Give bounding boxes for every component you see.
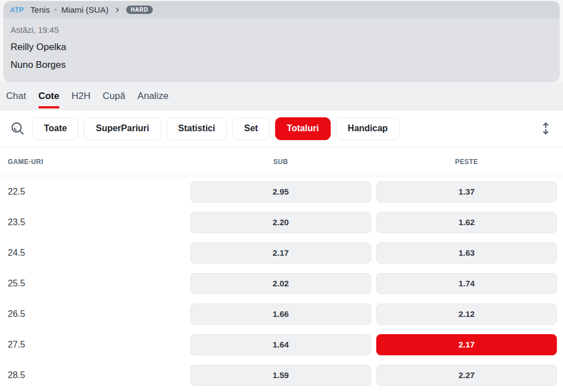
filter-button-set[interactable]: Set [232, 117, 270, 140]
games-line-label: 22.5 [8, 187, 185, 197]
odds-row: 28.5 1.59 2.27 [0, 360, 563, 390]
chevron-right-icon [114, 7, 121, 13]
atp-logo: ATP [10, 6, 24, 14]
odds-row: 22.5 2.95 1.37 [0, 176, 563, 207]
tab-label: Chat [6, 91, 26, 102]
player-one-name: Reilly Opelka [11, 38, 552, 56]
odds-button-peste[interactable]: 2.27 [376, 365, 557, 386]
filter-button-totaluri[interactable]: Totaluri [275, 117, 330, 140]
odds-button-peste[interactable]: 1.37 [376, 181, 557, 202]
sort-button[interactable] [536, 119, 555, 138]
tab-cupă[interactable]: Cupă [97, 82, 132, 110]
odds-button-peste[interactable]: 2.17 [376, 334, 557, 355]
tab-label: Analize [137, 91, 168, 102]
filter-button-toate[interactable]: Toate [32, 117, 78, 140]
odds-button-peste[interactable]: 1.62 [376, 212, 557, 233]
odds-button-peste[interactable]: 2.12 [376, 304, 557, 325]
odds-button-sub[interactable]: 1.66 [190, 304, 371, 325]
games-line-label: 24.5 [8, 248, 185, 258]
breadcrumb-tournament[interactable]: Miami (SUA) [61, 5, 108, 14]
odds-row: 23.5 2.20 1.62 [0, 207, 563, 237]
odds-button-sub[interactable]: 2.20 [190, 212, 371, 233]
tab-cote[interactable]: Cote [32, 82, 66, 110]
sort-vertical-icon [540, 121, 552, 136]
match-header-card: ATP Tenis • Miami (SUA) HARD Astăzi, 19:… [3, 1, 560, 82]
filter-button-superpariuri[interactable]: SuperPariuri [84, 117, 161, 140]
games-line-label: 27.5 [8, 340, 185, 350]
tab-chat[interactable]: Chat [0, 82, 32, 110]
filter-button-handicap[interactable]: Handicap [336, 117, 400, 140]
odds-button-peste[interactable]: 1.63 [376, 242, 557, 264]
player-two-name: Nuno Borges [11, 56, 552, 74]
market-filter-bar: Toate SuperPariuri Statistici Set Totalu… [0, 110, 563, 147]
tabs: Chat Cote H2H Cupă Analize [0, 82, 563, 110]
odds-button-sub[interactable]: 2.95 [190, 181, 371, 202]
odds-button-sub[interactable]: 1.64 [190, 334, 371, 355]
tab-label: Cote [38, 91, 59, 102]
games-line-label: 28.5 [8, 370, 185, 380]
match-time: Astăzi, 19:45 [11, 24, 552, 36]
games-line-label: 25.5 [8, 279, 185, 289]
tab-label: Cupă [103, 91, 126, 102]
odds-row: 27.5 1.64 2.17 [0, 329, 563, 360]
column-header-sub: SUB [190, 158, 371, 166]
games-line-label: 23.5 [8, 217, 185, 227]
tab-analize[interactable]: Analize [131, 82, 175, 110]
breadcrumb-sport[interactable]: Tenis [31, 5, 50, 14]
odds-row: 26.5 1.66 2.12 [0, 299, 563, 329]
search-icon [9, 121, 25, 136]
breadcrumb-separator: • [54, 6, 57, 14]
column-header-games: GAME-URI [8, 158, 185, 166]
odds-button-sub[interactable]: 2.17 [190, 242, 371, 264]
tab-label: H2H [72, 91, 91, 102]
odds-table: GAME-URI SUB PESTE 22.5 2.95 1.37 23.5 2… [0, 147, 563, 392]
tab-h2h[interactable]: H2H [66, 82, 97, 110]
odds-row: 24.5 2.17 1.63 [0, 237, 563, 268]
odds-table-header: GAME-URI SUB PESTE [0, 147, 563, 176]
games-line-label: 26.5 [8, 309, 185, 319]
column-header-peste: PESTE [376, 158, 557, 166]
odds-row: 25.5 2.02 1.74 [0, 268, 563, 299]
search-button[interactable] [8, 119, 27, 138]
match-info: Astăzi, 19:45 Reilly Opelka Nuno Borges [3, 18, 560, 82]
odds-button-peste[interactable]: 1.74 [376, 273, 557, 294]
odds-button-sub[interactable]: 1.59 [190, 365, 371, 386]
filter-button-statistici[interactable]: Statistici [167, 117, 227, 140]
breadcrumb[interactable]: ATP Tenis • Miami (SUA) HARD [3, 1, 560, 18]
odds-button-sub[interactable]: 2.02 [190, 273, 371, 294]
surface-badge: HARD [126, 6, 152, 14]
